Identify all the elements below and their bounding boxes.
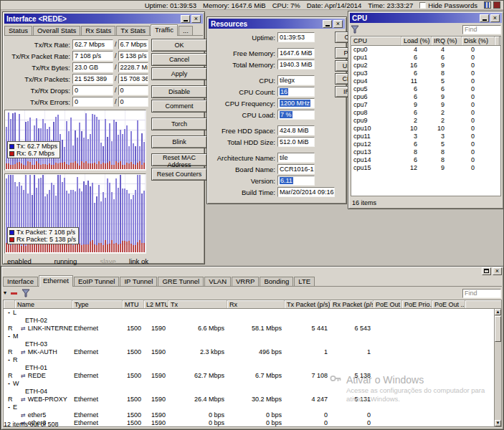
- tab-overall-stats[interactable]: Overall Stats: [33, 26, 80, 35]
- cancel-button[interactable]: Cancel: [151, 53, 207, 66]
- collapse-icon[interactable]: -: [8, 333, 10, 340]
- tab-traffic[interactable]: Traffic: [151, 24, 178, 36]
- free-hdd-space-value-box[interactable]: 424.8 MiB: [277, 125, 315, 135]
- sort-dropdown-icon[interactable]: ▼: [499, 37, 501, 45]
- cpu-row[interactable]: cpu6690: [351, 93, 500, 101]
- rx-value-box[interactable]: 5 138 p/s: [118, 51, 148, 61]
- interface-row[interactable]: ⇄ether5Ethernet150015900 bps0 bps00: [4, 411, 501, 419]
- cpu-row[interactable]: cpu21690: [351, 62, 500, 70]
- cpu-value-box[interactable]: tilegx: [277, 75, 315, 85]
- collapse-icon[interactable]: -: [8, 356, 10, 364]
- tab-vlan[interactable]: VLAN: [204, 277, 231, 286]
- cpu-row[interactable]: cpu9220: [351, 117, 500, 125]
- interface-row[interactable]: ⇄ether6Ethernet150015900 bps0 bps00: [4, 419, 501, 427]
- column-header-name[interactable]: Name: [15, 300, 72, 308]
- tab-status[interactable]: Status: [4, 26, 32, 35]
- tab-gre-tunnel[interactable]: GRE Tunnel: [158, 277, 204, 286]
- tab-ip-tunnel[interactable]: IP Tunnel: [120, 277, 157, 286]
- column-header-poe-out[interactable]: PoE Out ...: [432, 300, 465, 308]
- collapse-icon[interactable]: -: [8, 403, 10, 411]
- disable-button[interactable]: Disable: [151, 85, 207, 98]
- traffic-indicator-icon[interactable]: [484, 1, 491, 9]
- tab-interface[interactable]: Interface: [3, 277, 38, 286]
- cpu-row[interactable]: cpu11330: [351, 133, 500, 140]
- architecture-name-value-box[interactable]: tile: [277, 153, 315, 163]
- column-header-irq[interactable]: IRQ (%): [432, 37, 462, 45]
- interface-row[interactable]: R⇄WEB-PROXYEthernet1500159026.4 Mbps30.2…: [4, 396, 501, 403]
- tx-value-box[interactable]: 0: [72, 85, 113, 95]
- column-header-poe-out[interactable]: PoE Out: [374, 300, 402, 308]
- interface-row[interactable]: R⇄LINK-INTERNETEthernet150015906.6 Mbps5…: [4, 325, 501, 333]
- reset-counters-button[interactable]: Reset Counters: [151, 168, 207, 181]
- column-header-rx-packet-p-s[interactable]: Rx Packet (p/s): [331, 300, 374, 308]
- rx-value-box[interactable]: 6.7 Mbps: [118, 39, 148, 49]
- reset-mac-address-button[interactable]: Reset MAC Address: [151, 153, 207, 166]
- tab-rx-stats[interactable]: Rx Stats: [81, 26, 115, 35]
- cpu-row[interactable]: cpu1010100: [351, 125, 500, 133]
- total-memory-value-box[interactable]: 1940.3 MiB: [277, 59, 315, 70]
- cpu-row[interactable]: cpu13880: [351, 148, 500, 156]
- uptime-value-box[interactable]: 01:39:53: [277, 32, 315, 42]
- cpu-row[interactable]: cpu1660: [351, 54, 500, 62]
- add-dropdown-icon[interactable]: ▾: [4, 290, 6, 297]
- column-header-disk[interactable]: Disk (%): [462, 37, 495, 45]
- rx-value-box[interactable]: 2228.7 MiB: [118, 62, 148, 72]
- tab-eoip-tunnel[interactable]: EoIP Tunnel: [74, 277, 120, 286]
- checkbox-icon[interactable]: [419, 2, 426, 9]
- filter-funnel-icon[interactable]: [22, 289, 30, 297]
- ok-button[interactable]: OK: [151, 39, 207, 52]
- comment-row[interactable]: ETH-04: [4, 388, 501, 396]
- hide-passwords-checkbox[interactable]: Hide Passwords: [419, 1, 477, 9]
- tab-bonding[interactable]: Bonding: [260, 277, 293, 286]
- interface-row[interactable]: R⇄MK-AUTHEthernet150015902.3 kbps496 bps…: [4, 348, 501, 356]
- cpu-row[interactable]: cpu5660: [351, 85, 500, 93]
- column-header-poe-prio[interactable]: PoE Prio...: [402, 300, 432, 308]
- restore-icon[interactable]: [482, 267, 491, 275]
- comment-row[interactable]: ETH-03: [4, 340, 501, 348]
- column-header-type[interactable]: Type: [72, 300, 123, 308]
- column-header-cpu[interactable]: CPU: [351, 37, 401, 45]
- minimize-icon[interactable]: [323, 20, 332, 28]
- tx-value-box[interactable]: 7 108 p/s: [72, 51, 113, 61]
- minimize-icon[interactable]: [480, 14, 489, 22]
- tx-value-box[interactable]: 23.0 GB: [72, 62, 113, 72]
- group-row[interactable]: -R: [4, 356, 501, 364]
- total-hdd-size-value-box[interactable]: 512.0 MiB: [277, 137, 315, 147]
- column-header-load[interactable]: Load (%): [401, 37, 432, 45]
- tab-ethernet[interactable]: Ethernet: [39, 275, 73, 287]
- rx-value-box[interactable]: 15 708 369: [118, 74, 148, 84]
- filter-funnel-icon[interactable]: [351, 25, 359, 34]
- vertical-scrollbar[interactable]: ▲ ▼: [494, 309, 501, 426]
- comment-row[interactable]: ETH-02: [4, 317, 501, 325]
- version-value-box[interactable]: 6.11: [277, 176, 315, 186]
- close-icon[interactable]: ×: [333, 20, 343, 28]
- cpu-row[interactable]: cpu41150: [351, 77, 500, 85]
- board-name-value-box[interactable]: CCR1016-12G: [277, 164, 315, 174]
- close-icon[interactable]: ×: [490, 14, 500, 22]
- column-header-rx[interactable]: Rx: [227, 300, 285, 308]
- cpu-row[interactable]: cpu7990: [351, 101, 500, 109]
- group-row[interactable]: -M: [4, 333, 501, 340]
- session-indicator-icon[interactable]: [493, 1, 500, 9]
- cpu-frequency-value-box[interactable]: 1200 MHz: [277, 98, 315, 108]
- scrollbar-thumb[interactable]: [495, 316, 501, 342]
- resources-window-titlebar[interactable]: Resources ×: [209, 19, 345, 29]
- tab-item[interactable]: ...: [179, 26, 193, 35]
- collapse-icon[interactable]: -: [8, 380, 10, 388]
- minimize-icon[interactable]: [181, 15, 190, 23]
- cpu-row[interactable]: cpu3680: [351, 70, 500, 77]
- tx-value-box[interactable]: 0: [72, 97, 113, 107]
- find-input[interactable]: [462, 289, 501, 298]
- comment-button[interactable]: Comment: [151, 100, 207, 113]
- column-header-tx-packet-p-s[interactable]: Tx Packet (p/s): [285, 300, 331, 308]
- column-header-l2-mtu[interactable]: L2 MTU: [144, 300, 168, 308]
- free-memory-value-box[interactable]: 1647.6 MiB: [277, 48, 315, 58]
- group-row[interactable]: -E: [4, 403, 501, 411]
- remove-icon[interactable]: [11, 292, 17, 295]
- cpu-window-titlebar[interactable]: CPU ×: [350, 13, 502, 23]
- close-icon[interactable]: ×: [191, 15, 201, 23]
- group-row[interactable]: -L: [4, 309, 501, 317]
- interface-window-titlebar[interactable]: Interface <REDE> ×: [4, 14, 203, 24]
- column-header-tx[interactable]: Tx: [168, 300, 227, 308]
- tab-tx-stats[interactable]: Tx Stats: [116, 26, 150, 35]
